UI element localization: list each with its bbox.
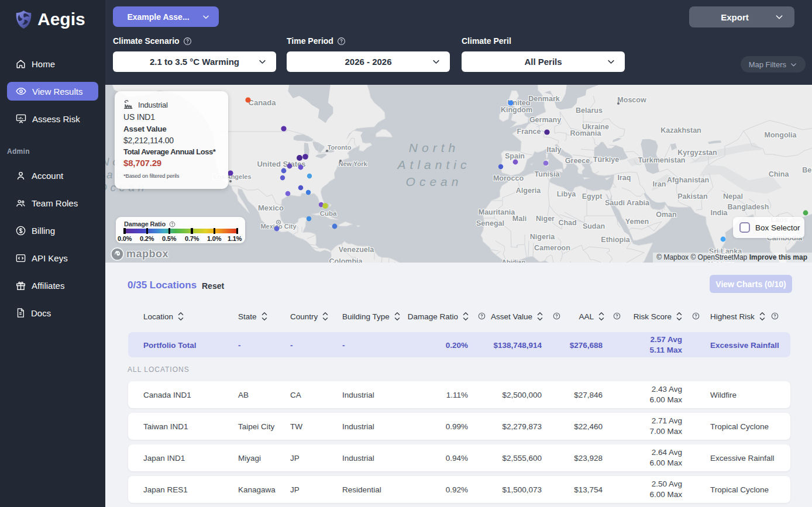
svg-text:Oman: Oman [656,211,676,219]
svg-text:Greece: Greece [565,157,590,165]
svg-text:India: India [710,209,728,217]
svg-text:Colombia: Colombia [329,257,363,263]
svg-text:Spain: Spain [505,152,525,160]
svg-text:Ocean: Ocean [406,175,463,188]
svg-text:Iraq: Iraq [618,174,631,182]
svg-text:Nepal: Nepal [723,192,743,201]
svg-text:Denmark: Denmark [528,95,560,103]
svg-text:Mauritania: Mauritania [479,208,516,216]
svg-text:Libya: Libya [557,190,577,198]
svg-text:Tunisia: Tunisia [535,170,560,178]
svg-text:Cuba: Cuba [320,210,337,217]
svg-text:Bel: Bel [802,166,812,174]
svg-text:Moscow: Moscow [617,96,646,104]
svg-text:Ethiopia: Ethiopia [601,236,630,244]
svg-text:Mexico: Mexico [258,204,284,212]
svg-text:France: France [517,127,541,136]
svg-text:Egypt: Egypt [582,192,603,201]
svg-text:Saudi Arabia: Saudi Arabia [605,199,650,207]
svg-text:Romania: Romania [570,129,602,137]
svg-text:Atlantic: Atlantic [397,158,471,171]
svg-text:New York: New York [338,160,367,167]
svg-text:Pakistan: Pakistan [677,192,707,201]
svg-text:China: China [769,170,790,178]
svg-text:Cameroon: Cameroon [534,244,570,252]
svg-text:Chad: Chad [558,219,576,227]
svg-text:Sudan: Sudan [583,222,605,230]
svg-text:Germany: Germany [529,116,561,124]
svg-text:Kyrgyzstan: Kyrgyzstan [677,149,717,157]
svg-text:Belarus: Belarus [576,106,603,115]
svg-text:Mongolia: Mongolia [765,131,797,139]
svg-text:Kingdom: Kingdom [501,106,532,114]
svg-text:Bangladesh: Bangladesh [728,203,769,211]
svg-text:Venezuela: Venezuela [339,246,374,254]
svg-text:Algeria: Algeria [516,187,541,195]
svg-text:Iran: Iran [653,180,666,188]
svg-text:Turkmenistan: Turkmenistan [638,156,685,164]
svg-text:Afghanistan: Afghanistan [667,176,709,184]
svg-text:North: North [409,141,459,154]
svg-text:Canada: Canada [249,98,277,107]
svg-text:Türkiye: Türkiye [593,156,620,164]
svg-text:Toronto: Toronto [328,144,352,151]
svg-text:Senegal: Senegal [476,219,504,227]
svg-text:Yemen: Yemen [625,218,649,226]
svg-text:Morocco: Morocco [493,174,524,182]
svg-text:Kazakhstan: Kazakhstan [660,126,701,134]
svg-text:Niger: Niger [536,215,555,223]
svg-text:Italy: Italy [546,146,561,154]
svg-text:Nigeria: Nigeria [530,233,555,241]
svg-text:Abidjan: Abidjan [502,258,526,263]
